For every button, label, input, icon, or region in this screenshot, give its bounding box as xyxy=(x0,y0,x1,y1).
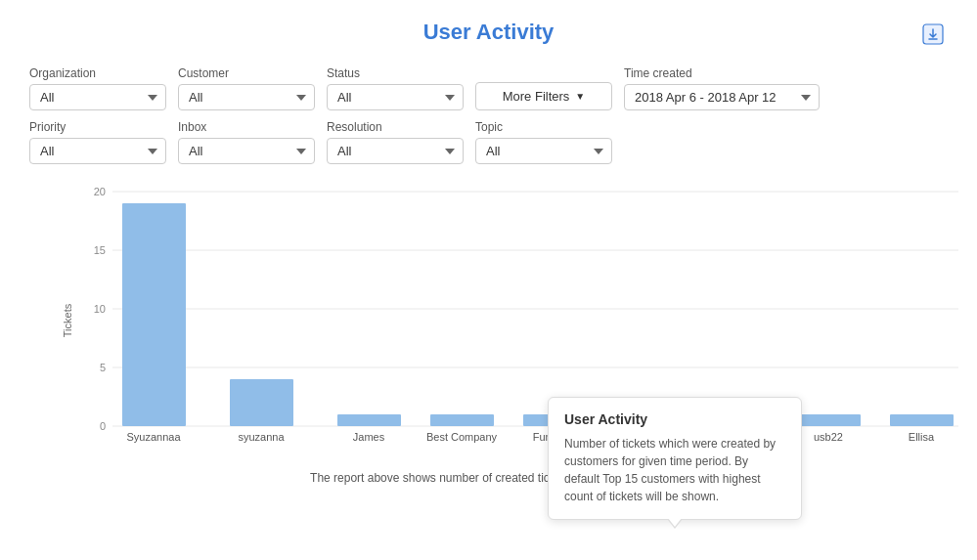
filter-organization: Organization All xyxy=(29,66,166,110)
priority-select[interactable]: All xyxy=(29,138,166,164)
filter-time-created: Time created 2018 Apr 6 - 2018 Apr 12 xyxy=(624,66,820,110)
svg-rect-13 xyxy=(230,379,293,426)
tooltip-title: User Activity xyxy=(564,411,785,427)
customer-select[interactable]: All xyxy=(178,84,315,110)
inbox-select[interactable]: All xyxy=(178,138,315,164)
svg-text:5: 5 xyxy=(100,362,106,373)
svg-text:10: 10 xyxy=(94,303,106,315)
tooltip-box: User Activity Number of tickets which we… xyxy=(548,397,802,520)
svg-rect-21 xyxy=(797,414,861,426)
svg-text:James: James xyxy=(353,431,385,443)
tooltip-arrow-inner xyxy=(668,518,682,527)
page-title: User Activity xyxy=(29,20,948,45)
svg-text:Best Company: Best Company xyxy=(426,431,498,443)
svg-rect-17 xyxy=(430,414,494,426)
svg-text:Ellisa: Ellisa xyxy=(909,431,935,443)
priority-label: Priority xyxy=(29,120,166,134)
organization-select[interactable]: All xyxy=(29,84,166,110)
svg-text:usb22: usb22 xyxy=(814,431,843,443)
filter-status: Status All xyxy=(327,66,464,110)
more-filters-label: More Filters xyxy=(503,89,570,104)
bar-chart: 20 15 10 5 0 Syuzannaa syuzanna James Be… xyxy=(68,182,968,455)
status-select[interactable]: All xyxy=(327,84,464,110)
resolution-select[interactable]: All xyxy=(327,138,464,164)
status-label: Status xyxy=(327,66,464,80)
filter-customer: Customer All xyxy=(178,66,315,110)
svg-text:20: 20 xyxy=(94,186,106,197)
filter-topic: Topic All xyxy=(475,120,612,164)
y-axis-label: Tickets xyxy=(62,303,73,336)
chevron-down-icon: ▼ xyxy=(575,91,585,102)
time-created-label: Time created xyxy=(624,66,820,80)
chart-wrapper: Tickets 20 15 10 5 0 Syuzannaa syuzanna xyxy=(68,182,948,458)
filters-row-2: Priority All Inbox All Resolution All To… xyxy=(29,120,948,164)
customer-label: Customer xyxy=(178,66,315,80)
resolution-label: Resolution xyxy=(327,120,464,134)
inbox-label: Inbox xyxy=(178,120,315,134)
svg-text:0: 0 xyxy=(100,420,106,432)
topic-select[interactable]: All xyxy=(475,138,612,164)
footer-note: The report above shows number of created… xyxy=(29,470,948,486)
download-button[interactable] xyxy=(918,20,948,52)
filter-resolution: Resolution All xyxy=(327,120,464,164)
time-created-select[interactable]: 2018 Apr 6 - 2018 Apr 12 xyxy=(624,84,820,110)
topic-label: Topic xyxy=(475,120,612,134)
svg-rect-23 xyxy=(890,414,954,426)
svg-text:Syuzannaa: Syuzannaa xyxy=(126,431,181,443)
tooltip-text: Number of tickets which were created by … xyxy=(564,435,785,505)
svg-text:syuzanna: syuzanna xyxy=(238,431,285,443)
svg-text:15: 15 xyxy=(94,244,106,256)
page-container: User Activity Organization All Customer … xyxy=(0,0,977,560)
download-icon xyxy=(922,23,944,45)
filter-inbox: Inbox All xyxy=(178,120,315,164)
page-header: User Activity xyxy=(29,20,948,45)
svg-rect-11 xyxy=(122,203,186,426)
svg-rect-15 xyxy=(337,414,401,426)
filter-priority: Priority All xyxy=(29,120,166,164)
more-filters-button[interactable]: More Filters ▼ xyxy=(475,82,612,110)
organization-label: Organization xyxy=(29,66,166,80)
filters-row-1: Organization All Customer All Status All… xyxy=(29,65,948,110)
